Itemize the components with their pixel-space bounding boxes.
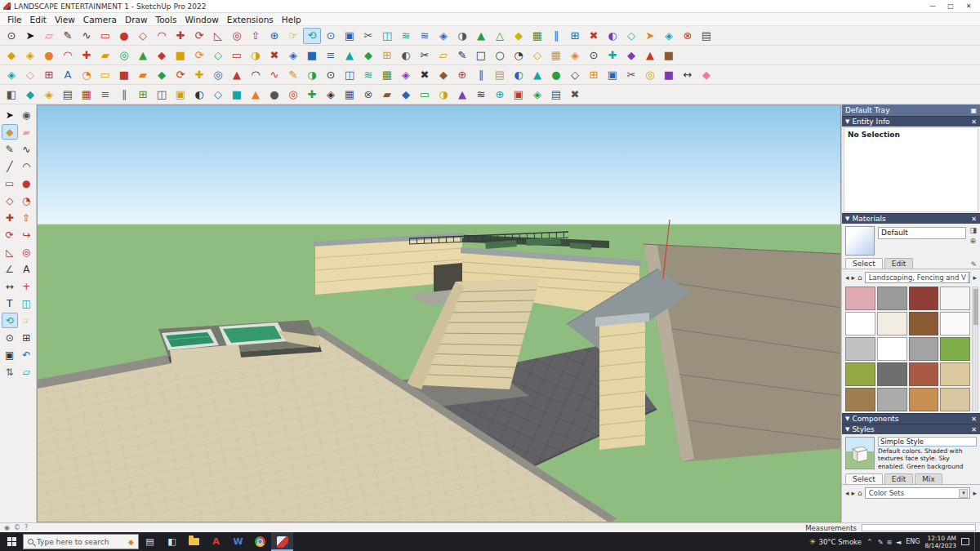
toolbar-icon[interactable]: ≋ (397, 28, 415, 44)
help-icon[interactable]: ? (24, 524, 28, 531)
clock[interactable]: 12:10 AM 8/14/2023 (925, 535, 956, 549)
toolbar-icon[interactable]: ◆ (359, 47, 377, 64)
material-swatch[interactable] (909, 337, 939, 361)
toolbar-icon[interactable]: ● (40, 47, 58, 64)
toolbar-icon[interactable]: ▲ (134, 47, 152, 64)
toolbar-icon[interactable]: ⊙ (322, 67, 340, 83)
tab-style-select[interactable]: Select (845, 473, 883, 484)
toolbar-icon[interactable]: ▦ (547, 47, 565, 64)
toolbar-icon[interactable]: ∥ (472, 67, 490, 83)
components-close-icon[interactable]: ✕ (971, 415, 977, 423)
toolbar-icon[interactable]: ≡ (322, 47, 340, 64)
scale-icon[interactable]: ◺ (2, 244, 18, 260)
toolbar-icon[interactable]: ◈ (40, 87, 58, 103)
toolbar-icon[interactable]: ▲ (247, 87, 265, 103)
toolbar-icon[interactable]: ◐ (510, 67, 528, 83)
material-swatch[interactable] (845, 287, 875, 310)
rotate-icon[interactable]: ⟳ (190, 28, 208, 44)
minimize-button[interactable]: — (924, 1, 941, 11)
orbit-icon[interactable]: ⟲ (2, 313, 18, 328)
rotate-icon[interactable]: ⟳ (2, 227, 18, 242)
toolbar-icon[interactable]: ◆ (153, 67, 171, 83)
3d-text-icon[interactable]: T (2, 295, 18, 311)
material-swatch[interactable] (909, 312, 939, 335)
task-view-icon[interactable]: ▤ (139, 532, 161, 551)
toolbar-icon[interactable]: ▦ (341, 87, 359, 103)
toolbar-icon[interactable]: ⊞ (566, 28, 584, 44)
eraser-icon[interactable]: ▰ (19, 124, 35, 140)
toolbar-icon[interactable]: ⟳ (172, 67, 189, 83)
show-hidden-icons-icon[interactable]: ⌃ (866, 538, 873, 546)
toolbar-icon[interactable]: ◆ (510, 28, 528, 44)
toolbar-icon[interactable]: ◈ (2, 67, 20, 83)
material-swatch[interactable] (909, 388, 939, 411)
axes-icon[interactable]: + (19, 278, 35, 294)
select-tool-icon[interactable]: ➤ (21, 28, 39, 44)
word-icon[interactable]: W (227, 532, 249, 551)
toolbar-icon[interactable]: ✚ (604, 47, 621, 64)
toolbar-icon[interactable]: ▭ (96, 67, 114, 83)
toolbar-icon[interactable]: ✚ (303, 87, 321, 103)
toolbar-icon[interactable]: ◇ (622, 28, 640, 44)
material-name-field[interactable]: Default (878, 227, 966, 239)
toolbar-icon[interactable]: ⟳ (190, 47, 208, 64)
pen-icon[interactable]: ✎ (877, 538, 883, 546)
menu-file[interactable]: File (3, 15, 26, 24)
toolbar-icon[interactable]: ◇ (528, 47, 546, 64)
tray-close-icon[interactable]: ▣ (970, 107, 977, 114)
display-pane-icon[interactable]: ◨ (969, 226, 977, 234)
toolbar-icon[interactable]: ◠ (247, 67, 265, 83)
toolbar-icon[interactable]: ◆ (434, 67, 452, 83)
toolbar-icon[interactable]: ⊙ (585, 47, 603, 64)
toolbar-icon[interactable]: ⊗ (359, 87, 377, 103)
menu-draw[interactable]: Draw (121, 15, 151, 24)
text-style-icon[interactable]: A (59, 67, 77, 83)
action-center-icon[interactable] (961, 538, 969, 545)
toolbar-icon[interactable]: ■ (115, 67, 133, 83)
material-swatch[interactable] (877, 388, 907, 411)
acrobat-icon[interactable]: A (205, 532, 227, 551)
menu-window[interactable]: Window (180, 15, 222, 24)
material-swatch[interactable] (877, 362, 907, 386)
toolbar-icon[interactable]: ◆ (2, 47, 20, 64)
material-swatch[interactable] (877, 287, 907, 310)
toolbar-icon[interactable]: ◈ (21, 47, 39, 64)
toolbar-icon[interactable]: ▲ (341, 47, 359, 64)
tab-edit[interactable]: Edit (884, 258, 913, 269)
toolbar-icon[interactable]: ◎ (209, 67, 227, 83)
toolbar-icon[interactable]: ✖ (416, 67, 434, 83)
toolbar-icon[interactable]: ◆ (697, 67, 715, 83)
material-swatch[interactable] (845, 388, 875, 411)
toolbar-icon[interactable]: ◈ (566, 47, 584, 64)
toolbar-icon[interactable]: ● (265, 87, 283, 103)
start-button[interactable] (0, 532, 23, 551)
rectangle-icon[interactable]: ▭ (2, 176, 18, 191)
tab-style-edit[interactable]: Edit (884, 473, 913, 484)
toolbar-icon[interactable]: ✂ (622, 67, 640, 83)
back-arrow-icon[interactable]: ◂ (845, 489, 849, 497)
sketchup-icon[interactable] (271, 532, 293, 551)
polygon-icon[interactable]: ◇ (2, 193, 18, 208)
material-swatch[interactable] (845, 312, 875, 335)
toolbar-icon[interactable]: ■ (660, 67, 678, 83)
details-icon[interactable]: ▸ (973, 489, 977, 497)
material-swatch[interactable] (909, 362, 939, 386)
home-icon[interactable]: ⌂ (858, 489, 862, 497)
toolbar-icon[interactable]: ▲ (528, 67, 546, 83)
toolbar-icon[interactable]: ◎ (284, 87, 302, 103)
forward-arrow-icon[interactable]: ▸ (852, 273, 856, 282)
toolbar-icon[interactable]: ⊞ (585, 67, 603, 83)
offset-icon[interactable]: ◎ (19, 244, 35, 260)
scrollbar-thumb[interactable] (973, 289, 978, 325)
menu-tools[interactable]: Tools (152, 15, 181, 24)
toolbar-icon[interactable]: ⊞ (40, 67, 58, 83)
toolbar-icon[interactable]: ◫ (341, 67, 359, 83)
menu-view[interactable]: View (51, 15, 79, 24)
toolbar-icon[interactable]: ⊞ (134, 87, 152, 103)
toolbar-icon[interactable]: ◫ (378, 28, 396, 44)
toolbar-icon[interactable]: ≋ (416, 28, 434, 44)
toolbar-icon[interactable]: ◎ (641, 67, 659, 83)
style-name[interactable]: Simple Style (878, 437, 977, 447)
material-swatch[interactable] (909, 287, 939, 310)
materials-header[interactable]: ▼ Materials ✕ (842, 213, 980, 224)
